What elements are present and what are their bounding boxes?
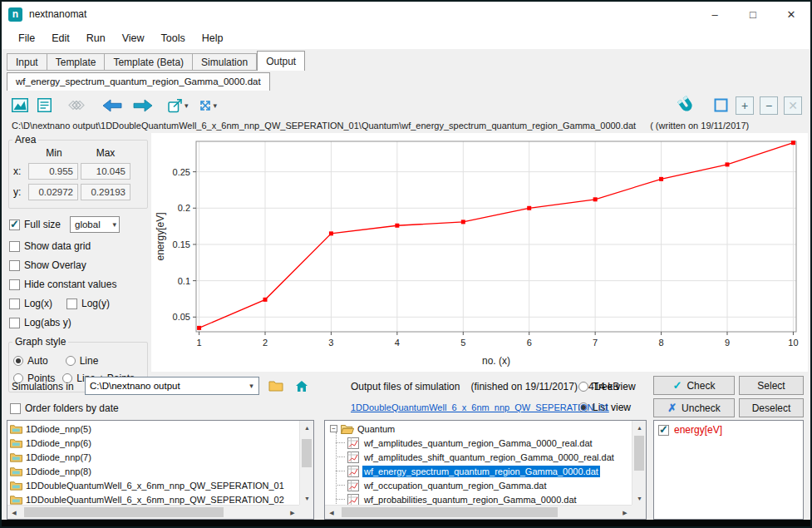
check-button[interactable]: ✓ Check <box>653 376 735 395</box>
order-by-date-row[interactable]: Order folders by date <box>10 402 119 414</box>
snap-magnet-button[interactable] <box>677 95 696 116</box>
hide-constant-row[interactable]: Hide constant values <box>9 279 150 290</box>
folder-icon <box>10 480 22 491</box>
horizontal-scrollbar[interactable]: ◀ ▶ <box>7 505 299 519</box>
close-button[interactable]: ✕ <box>772 2 810 27</box>
scroll-up-icon[interactable]: ▲ <box>300 421 314 434</box>
vertical-scrollbar[interactable]: ▲ ▼ <box>299 421 313 505</box>
simulations-list: 1Ddiode_nnp(5) 1Ddiode_nnp(6) 1Ddiode_nn… <box>7 420 314 520</box>
show-data-grid-row[interactable]: Show data grid <box>9 240 150 252</box>
horizontal-scrollbar[interactable]: ◀ ▶ <box>325 505 632 519</box>
data-file-icon <box>347 480 359 491</box>
tab-input[interactable]: Input <box>7 53 47 71</box>
back-button[interactable] <box>100 97 125 114</box>
browse-folder-button[interactable] <box>264 376 287 396</box>
scroll-thumb[interactable] <box>634 436 644 471</box>
menu-file[interactable]: File <box>10 29 43 47</box>
scroll-left-icon[interactable]: ◀ <box>7 506 21 520</box>
scroll-down-icon[interactable]: ▼ <box>300 491 314 505</box>
tab-template-beta[interactable]: Template (Beta) <box>105 53 193 71</box>
energy-spectrum-chart[interactable]: 123456789100.050.10.150.20.25no. (x)ener… <box>151 133 808 372</box>
log-abs-row[interactable]: Log(abs y) <box>9 317 150 328</box>
full-size-checkbox-row[interactable]: Full size global ▾ <box>9 216 150 233</box>
log-abs-checkbox[interactable] <box>9 318 20 328</box>
scroll-right-icon[interactable]: ▶ <box>618 506 632 520</box>
export-button[interactable]: ▾ <box>166 96 190 115</box>
svg-text:0.15: 0.15 <box>173 239 190 249</box>
deselect-button[interactable]: Deselect <box>739 398 804 417</box>
scroll-up-icon[interactable]: ▲ <box>632 421 647 434</box>
tree-view-option[interactable]: Tree view <box>578 381 636 392</box>
curve-checkbox[interactable] <box>658 425 669 436</box>
list-item[interactable]: 1Ddiode_nnp(6) <box>7 436 299 450</box>
scroll-down-icon[interactable]: ▼ <box>632 491 647 505</box>
window-bottom-border <box>2 520 810 526</box>
show-overlay-row[interactable]: Show Overlay <box>9 259 150 271</box>
home-folder-button[interactable] <box>290 376 312 396</box>
menu-tools[interactable]: Tools <box>153 29 194 47</box>
show-overlay-checkbox[interactable] <box>9 260 20 271</box>
zoom-in-button[interactable]: + <box>736 96 754 115</box>
list-item[interactable]: 1Ddiode_nnp(5) <box>7 422 299 436</box>
tree-view-radio[interactable] <box>578 382 588 392</box>
order-by-date-checkbox[interactable] <box>10 403 21 414</box>
list-item[interactable]: 1Ddiode_nnp(8) <box>7 464 299 478</box>
text-view-icon <box>37 98 52 112</box>
list-item[interactable]: 1Ddiode_nnp(7) <box>7 450 299 464</box>
full-size-checkbox[interactable] <box>9 220 20 230</box>
vertical-scrollbar[interactable]: ▲ ▼ <box>632 421 646 505</box>
maximize-button[interactable]: □ <box>734 2 772 27</box>
scroll-thumb[interactable] <box>342 507 558 517</box>
tree-file-item[interactable]: wf_amplitudes_quantum_region_Gamma_0000_… <box>325 436 632 450</box>
svg-text:6: 6 <box>527 338 532 348</box>
uncheck-button-label: Uncheck <box>682 402 721 414</box>
tree-file-item[interactable]: wf_probabilities_quantum_region_Gamma_00… <box>325 492 632 505</box>
zoom-reset-button[interactable]: ✕ <box>784 96 802 115</box>
list-item[interactable]: 1DDoubleQuantumWell_6_x_6nm_nnp_QW_SEPER… <box>7 478 299 492</box>
style-line-radio[interactable] <box>66 356 76 366</box>
tree-node-folder[interactable]: − Quantum <box>325 422 632 436</box>
y-max-field[interactable]: 0.29193 <box>81 184 130 200</box>
scroll-left-icon[interactable]: ◀ <box>325 506 338 520</box>
text-view-button[interactable] <box>36 96 53 114</box>
menu-edit[interactable]: Edit <box>43 29 78 47</box>
list-item[interactable]: 1DDoubleQuantumWell_6_x_6nm_nnp_QW_SEPER… <box>7 492 299 505</box>
x-min-field[interactable]: 0.955 <box>28 163 78 180</box>
tab-template[interactable]: Template <box>47 53 106 71</box>
menu-run[interactable]: Run <box>78 29 114 47</box>
document-tab[interactable]: wf_energy_spectrum_quantum_region_Gamma_… <box>7 72 270 91</box>
forward-button[interactable] <box>130 97 155 114</box>
full-size-scope-dropdown[interactable]: global ▾ <box>70 216 120 233</box>
minimize-button[interactable]: – <box>696 2 734 27</box>
style-auto-radio[interactable] <box>13 356 23 366</box>
show-data-grid-label: Show data grid <box>24 240 91 252</box>
zoom-region-button[interactable] <box>712 96 730 114</box>
zoom-out-button[interactable]: − <box>760 96 778 115</box>
scroll-right-icon[interactable]: ▶ <box>286 506 299 520</box>
x-max-field[interactable]: 10.045 <box>81 163 130 180</box>
uncheck-button[interactable]: ✗ Uncheck <box>653 398 735 417</box>
hide-constant-checkbox[interactable] <box>9 279 20 290</box>
show-data-grid-checkbox[interactable] <box>9 241 20 252</box>
curve-item[interactable]: energy[eV] <box>654 421 803 439</box>
tree-file-item-selected[interactable]: wf_energy_spectrum_quantum_region_Gamma_… <box>325 464 632 478</box>
menu-view[interactable]: View <box>114 29 153 47</box>
tab-simulation[interactable]: Simulation <box>193 53 257 71</box>
tab-output[interactable]: Output <box>257 51 305 71</box>
log-x-checkbox[interactable] <box>9 299 20 309</box>
plot-view-button[interactable] <box>10 96 30 114</box>
fit-view-button[interactable]: ▾ <box>196 96 219 115</box>
simulations-folder-combo[interactable]: C:\D\nextnano output ▾ <box>85 377 259 395</box>
menu-help[interactable]: Help <box>194 29 232 47</box>
tree-file-item[interactable]: wf_occupation_quantum_region_Gamma.dat <box>325 478 632 492</box>
y-min-field[interactable]: 0.02972 <box>28 184 78 200</box>
log-y-checkbox[interactable] <box>66 299 77 309</box>
overlay-layers-button[interactable] <box>64 97 89 113</box>
tree-file-item[interactable]: wf_amplitudes_shift_quantum_region_Gamma… <box>325 450 632 464</box>
select-button[interactable]: Select <box>739 376 804 395</box>
scroll-thumb[interactable] <box>302 439 312 467</box>
scroll-thumb[interactable] <box>24 507 224 517</box>
simulation-folder-link[interactable]: 1DDoubleQuantumWell_6_x_6nm_nnp_QW_SEPER… <box>351 402 609 412</box>
collapse-expander-icon[interactable]: − <box>330 425 337 432</box>
show-overlay-label: Show Overlay <box>24 259 86 271</box>
